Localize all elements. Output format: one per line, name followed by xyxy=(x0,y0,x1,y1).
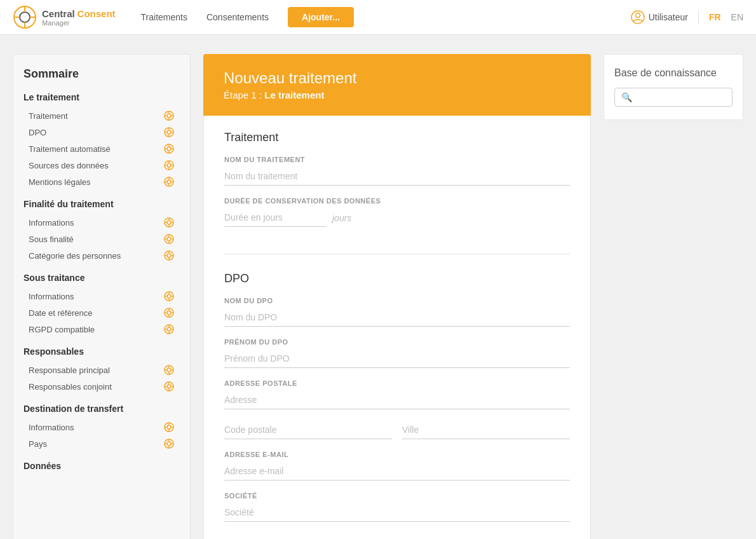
code-postal-field xyxy=(224,421,392,439)
sidebar-item-categorie-personnes[interactable]: Catégorie des personnes xyxy=(24,247,180,264)
user-icon xyxy=(631,10,645,24)
svg-point-9 xyxy=(167,114,171,118)
gdpr-icon xyxy=(163,307,175,318)
adresse-input[interactable] xyxy=(224,391,570,409)
svg-point-15 xyxy=(167,130,171,134)
svg-point-87 xyxy=(167,425,171,429)
user-label: Utilisateur xyxy=(649,12,688,22)
ville-field xyxy=(402,421,570,439)
svg-point-27 xyxy=(167,163,171,167)
sidebar-item-responsable-principal[interactable]: Responsable principal xyxy=(24,362,180,378)
societe-input[interactable] xyxy=(224,503,570,522)
svg-point-21 xyxy=(167,147,171,151)
dpo-section-title: DPO xyxy=(224,272,570,285)
search-box: 🔍 xyxy=(614,88,732,107)
form-header-title: Nouveau traitement xyxy=(224,69,570,87)
societe-field: SOCIÉTÉ xyxy=(224,492,570,522)
svg-point-63 xyxy=(167,311,171,315)
duree-label: DURÉE DE CONSERVATION DES DONNÉES xyxy=(224,197,570,205)
gdpr-icon xyxy=(163,250,175,261)
gdpr-icon xyxy=(163,233,175,245)
sidebar-item-dpo[interactable]: DPO xyxy=(24,124,180,140)
gdpr-icon xyxy=(163,126,175,138)
lang-fr[interactable]: FR xyxy=(709,12,721,22)
header-right: Utilisateur FR EN xyxy=(631,10,743,24)
svg-point-7 xyxy=(635,13,640,18)
nom-traitement-label: NOM DU TRAITEMENT xyxy=(224,156,570,163)
gdpr-icon xyxy=(163,290,175,302)
svg-point-1 xyxy=(20,12,30,22)
sidebar-item-mentions-legales[interactable]: Mentions légales xyxy=(24,174,180,190)
email-input[interactable] xyxy=(224,462,570,481)
gdpr-icon xyxy=(163,438,175,449)
sidebar-item-finalite-informations[interactable]: Informations xyxy=(24,214,180,231)
code-ville-row xyxy=(224,421,570,451)
nom-dpo-input[interactable] xyxy=(224,308,570,327)
knowledge-search-input[interactable] xyxy=(637,93,726,102)
nom-traitement-field: NOM DU TRAITEMENT xyxy=(224,156,570,186)
right-panel: Base de connaissance 🔍 xyxy=(604,54,743,539)
duree-input[interactable] xyxy=(224,208,326,227)
nom-traitement-input[interactable] xyxy=(224,167,570,186)
sidebar-item-soustraitance-informations[interactable]: Informations xyxy=(24,288,180,304)
svg-point-69 xyxy=(167,327,171,331)
gdpr-icon xyxy=(163,143,175,154)
sidebar-item-pays[interactable]: Pays xyxy=(24,435,180,452)
knowledge-title: Base de connaissance xyxy=(614,67,732,79)
svg-point-57 xyxy=(167,294,171,298)
sidebar-item-responsables-conjoint[interactable]: Responsables conjoint xyxy=(24,378,180,395)
svg-point-81 xyxy=(167,385,171,388)
sidebar-item-sous-finalite[interactable]: Sous finalité xyxy=(24,231,180,247)
duree-unit: jours xyxy=(332,213,351,223)
nom-dpo-label: NOM DU DPO xyxy=(224,297,570,304)
traitement-section: Traitement NOM DU TRAITEMENT DURÉE DE CO… xyxy=(224,131,570,254)
sidebar-section-donnees: Données xyxy=(24,461,180,471)
gdpr-icon xyxy=(163,160,175,171)
svg-point-93 xyxy=(167,442,171,446)
form-header-subtitle: Étape 1 : Le traitement xyxy=(224,90,570,100)
user-button[interactable]: Utilisateur xyxy=(631,10,699,24)
prenom-dpo-label: PRÉNOM DU DPO xyxy=(224,338,570,346)
gdpr-icon xyxy=(163,381,175,392)
sidebar-section-responsables: Responsables xyxy=(24,346,180,357)
email-field: ADRESSE E-MAIL xyxy=(224,451,570,481)
code-postal-input[interactable] xyxy=(224,421,392,439)
adresse-label: ADRESSE POSTALE xyxy=(224,379,570,387)
sidebar-section-finalite: Finalité du traitement xyxy=(24,199,180,209)
ville-input[interactable] xyxy=(402,421,570,439)
header: Central Consent Manager Traitements Cons… xyxy=(0,0,756,35)
svg-point-39 xyxy=(167,221,171,224)
svg-point-33 xyxy=(167,180,171,184)
sidebar-item-traitement[interactable]: Traitement xyxy=(24,107,180,124)
dpo-section: DPO NOM DU DPO PRÉNOM DU DPO ADRESSE POS… xyxy=(224,272,570,539)
nom-dpo-field: NOM DU DPO xyxy=(224,297,570,327)
nav-traitements[interactable]: Traitements xyxy=(141,12,187,22)
ajouter-button[interactable]: Ajouter... xyxy=(288,7,354,27)
logo[interactable]: Central Consent Manager xyxy=(13,5,116,29)
sidebar: Sommaire Le traitement Traitement DPO Tr… xyxy=(13,54,191,539)
sidebar-item-date-reference[interactable]: Date et référence xyxy=(24,304,180,321)
subtitle-pre: Étape 1 : xyxy=(224,90,264,100)
main-area: Nouveau traitement Étape 1 : Le traiteme… xyxy=(203,54,591,539)
gdpr-icon xyxy=(163,217,175,228)
societe-label: SOCIÉTÉ xyxy=(224,492,570,500)
svg-point-51 xyxy=(167,254,171,257)
sidebar-title: Sommaire xyxy=(24,67,180,81)
sidebar-item-destination-informations[interactable]: Informations xyxy=(24,419,180,435)
svg-point-75 xyxy=(167,368,171,372)
prenom-dpo-input[interactable] xyxy=(224,350,570,368)
gdpr-icon xyxy=(163,324,175,335)
logo-manager: Manager xyxy=(42,19,116,27)
logo-consent: Consent xyxy=(78,8,116,19)
duree-field: DURÉE DE CONSERVATION DES DONNÉES jours xyxy=(224,197,570,227)
logo-icon xyxy=(13,5,37,29)
lang-en[interactable]: EN xyxy=(731,12,743,22)
knowledge-box: Base de connaissance 🔍 xyxy=(604,54,743,120)
sidebar-item-traitement-automatise[interactable]: Traitement automatisé xyxy=(24,140,180,157)
main-nav: Traitements Consentements Ajouter... xyxy=(141,7,631,27)
sidebar-item-rgpd-compatible[interactable]: RGPD compatible xyxy=(24,321,180,338)
gdpr-icon xyxy=(163,110,175,121)
nav-consentements[interactable]: Consentements xyxy=(206,12,269,22)
sidebar-section-le-traitement: Le traitement xyxy=(24,92,180,102)
sidebar-item-sources-donnees[interactable]: Sources des données xyxy=(24,157,180,174)
